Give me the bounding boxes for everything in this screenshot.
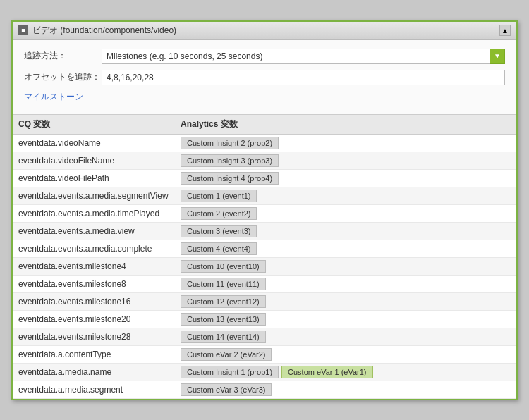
cell-cq: eventdata.events.milestone4 [18, 261, 181, 271]
analytics-tag[interactable]: Custom 4 (event4) [181, 242, 257, 255]
cell-analytics: Custom 14 (event14) [181, 331, 511, 343]
cell-cq: eventdata.events.a.media.view [18, 226, 181, 236]
analytics-tag[interactable]: Custom 11 (event11) [181, 278, 266, 290]
cell-analytics: Custom Insight 3 (prop3) [181, 154, 511, 167]
cell-analytics: Custom 3 (event3) [181, 225, 511, 237]
analytics-tag[interactable]: Custom 10 (event10) [181, 260, 266, 273]
table-row: eventdata.events.a.media.segmentViewCust… [13, 187, 516, 205]
cell-cq: eventdata.a.media.name [18, 367, 181, 377]
cell-analytics: Custom 10 (event10) [181, 260, 511, 273]
cell-cq: eventdata.events.milestone28 [18, 332, 181, 342]
cell-analytics: Custom eVar 3 (eVar3) [181, 383, 511, 396]
offset-label: オフセットを追跡： [24, 71, 102, 83]
analytics-tag[interactable]: Custom Insight 2 (prop2) [181, 137, 279, 149]
cell-analytics: Custom Insight 4 (prop4) [181, 172, 511, 185]
table-row: eventdata.events.milestone4Custom 10 (ev… [13, 258, 516, 276]
table-section: CQ 変数 Analytics 変数 eventdata.videoNameCu… [13, 115, 516, 399]
analytics-tag[interactable]: Custom 1 (event1) [181, 190, 257, 202]
cell-cq: eventdata.events.a.media.complete [18, 244, 181, 254]
table-row: eventdata.events.a.media.completeCustom … [13, 240, 516, 258]
analytics-tag-extra[interactable]: Custom eVar 1 (eVar1) [281, 366, 372, 378]
window-icon: ■ [18, 25, 28, 35]
cell-cq: eventdata.videoFilePath [18, 173, 181, 183]
milestone-label: マイルストーン [24, 91, 505, 103]
table-row: eventdata.videoFileNameCustom Insight 3 … [13, 152, 516, 170]
offset-input[interactable] [102, 70, 505, 85]
cell-analytics: Custom 12 (event12) [181, 295, 511, 308]
table-row: eventdata.events.milestone16Custom 12 (e… [13, 293, 516, 311]
cell-cq: eventdata.events.a.media.timePlayed [18, 209, 181, 218]
cell-analytics: Custom 1 (event1) [181, 190, 511, 202]
table-row: eventdata.a.contentTypeCustom eVar 2 (eV… [13, 346, 516, 364]
cell-analytics: Custom eVar 2 (eVar2) [181, 348, 511, 361]
cell-cq: eventdata.a.contentType [18, 350, 181, 359]
scroll-up-button[interactable]: ▲ [499, 25, 511, 36]
table-row: eventdata.videoFilePathCustom Insight 4 … [13, 170, 516, 187]
cell-cq: eventdata.videoName [18, 138, 181, 148]
analytics-tag[interactable]: Custom Insight 1 (prop1) [181, 366, 279, 378]
analytics-tag[interactable]: Custom eVar 3 (eVar3) [181, 383, 272, 396]
select-arrow-icon[interactable]: ▼ [490, 49, 505, 64]
top-form-section: 追跡方法： Milestones (e.g. 10 seconds, 25 se… [13, 40, 516, 115]
tracking-label: 追跡方法： [24, 50, 102, 62]
cell-analytics: Custom Insight 2 (prop2) [181, 137, 511, 149]
cell-cq: eventdata.events.milestone16 [18, 297, 181, 307]
analytics-tag[interactable]: Custom 13 (event13) [181, 313, 266, 326]
analytics-tag[interactable]: Custom eVar 2 (eVar2) [181, 348, 272, 361]
main-window: ■ ビデオ (foundation/components/video) ▲ 追跡… [11, 20, 518, 400]
table-header: CQ 変数 Analytics 変数 [13, 115, 516, 135]
tracking-select-wrapper: Milestones (e.g. 10 seconds, 25 seconds)… [102, 49, 505, 64]
tracking-select[interactable]: Milestones (e.g. 10 seconds, 25 seconds) [102, 49, 490, 64]
analytics-tag[interactable]: Custom Insight 4 (prop4) [181, 172, 279, 185]
cell-cq: eventdata.events.milestone20 [18, 314, 181, 324]
table-row: eventdata.videoNameCustom Insight 2 (pro… [13, 135, 516, 152]
cell-analytics: Custom 2 (event2) [181, 207, 511, 220]
col-header-cq: CQ 変数 [18, 118, 181, 130]
table-body: eventdata.videoNameCustom Insight 2 (pro… [13, 135, 516, 399]
analytics-tag[interactable]: Custom 14 (event14) [181, 331, 266, 343]
table-row: eventdata.a.media.nameCustom Insight 1 (… [13, 364, 516, 381]
analytics-tag[interactable]: Custom 3 (event3) [181, 225, 257, 237]
analytics-tag[interactable]: Custom Insight 3 (prop3) [181, 154, 279, 167]
table-row: eventdata.events.a.media.viewCustom 3 (e… [13, 223, 516, 240]
analytics-tag[interactable]: Custom 2 (event2) [181, 207, 257, 220]
title-bar: ■ ビデオ (foundation/components/video) ▲ [13, 22, 516, 40]
offset-row: オフセットを追跡： [24, 70, 505, 85]
table-row: eventdata.events.milestone8Custom 11 (ev… [13, 276, 516, 293]
cell-cq: eventdata.videoFileName [18, 156, 181, 166]
analytics-tag[interactable]: Custom 12 (event12) [181, 295, 266, 308]
cell-analytics: Custom 11 (event11) [181, 278, 511, 290]
col-header-analytics: Analytics 変数 [181, 118, 511, 130]
cell-analytics: Custom 13 (event13) [181, 313, 511, 326]
table-row: eventdata.events.a.media.timePlayedCusto… [13, 205, 516, 223]
window-title: ビデオ (foundation/components/video) [32, 25, 176, 37]
cell-cq: eventdata.events.a.media.segmentView [18, 191, 181, 201]
title-bar-left: ■ ビデオ (foundation/components/video) [18, 25, 176, 37]
table-row: eventdata.events.milestone28Custom 14 (e… [13, 328, 516, 346]
tracking-method-row: 追跡方法： Milestones (e.g. 10 seconds, 25 se… [24, 49, 505, 64]
cell-analytics: Custom 4 (event4) [181, 242, 511, 255]
cell-cq: eventdata.a.media.segment [18, 385, 181, 395]
table-row: eventdata.events.milestone20Custom 13 (e… [13, 311, 516, 328]
cell-analytics: Custom Insight 1 (prop1)Custom eVar 1 (e… [181, 366, 511, 378]
cell-cq: eventdata.events.milestone8 [18, 279, 181, 289]
table-row: eventdata.a.media.segmentCustom eVar 3 (… [13, 381, 516, 399]
